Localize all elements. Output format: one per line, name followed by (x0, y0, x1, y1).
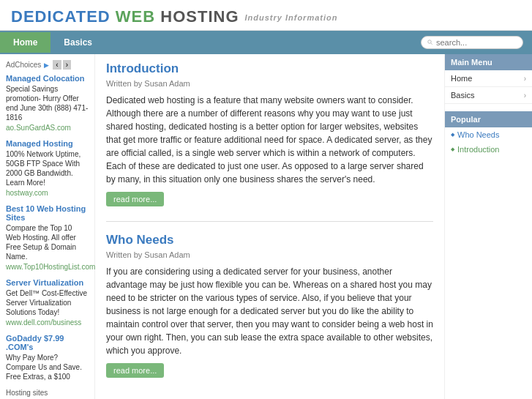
article-text-0: Dedicated web hosting is a feature that … (106, 94, 433, 186)
main-menu-title: Main Menu (445, 54, 532, 70)
ad-title-2[interactable]: Best 10 Web Hosting Sites (6, 204, 89, 222)
adchoices-bar: AdChoices ▶ ‹ › (6, 60, 89, 70)
ad-title-0[interactable]: Managed Colocation (6, 74, 89, 83)
nav-basics[interactable]: Basics (50, 32, 105, 53)
article-byline-0: Written by Susan Adam (106, 79, 433, 88)
read-more-button-0[interactable]: read more... (106, 192, 164, 206)
ad-title-3[interactable]: Server Virtualization (6, 278, 89, 287)
site-subtitle: Industry Information (245, 13, 338, 22)
nav-home[interactable]: Home (0, 32, 50, 53)
ad-next-button[interactable]: › (63, 60, 71, 70)
site-title: DEDICATED WEB HOSTINGIndustry Informatio… (11, 7, 337, 26)
sidebar-menu-basics[interactable]: Basics › (445, 87, 532, 104)
search-icon (427, 38, 433, 47)
title-web: WEB (110, 7, 155, 26)
popular-section: Popular Who Needs Introduction (445, 111, 532, 157)
ad-block-0: Managed Colocation Special Savings promo… (6, 74, 89, 132)
adchoices-label: AdChoices (6, 61, 41, 69)
article-text-1: If you are considering using a dedicated… (106, 265, 433, 357)
main-layout: AdChoices ▶ ‹ › Managed Colocation Speci… (0, 54, 532, 399)
main-menu-section: Main Menu Home › Basics › (445, 54, 532, 104)
popular-item-who-needs[interactable]: Who Needs (445, 127, 532, 142)
content-area: Introduction Written by Susan Adam Dedic… (95, 54, 444, 399)
adchoices-icon: ▶ (44, 61, 49, 69)
ad-url-2[interactable]: www.Top10HostingList.com (6, 263, 89, 271)
right-sidebar: Main Menu Home › Basics › Popular Who Ne… (444, 54, 532, 399)
ad-block-4: GoDaddy $7.99 .COM's Why Pay More? Compa… (6, 334, 89, 381)
navbar: Home Basics (0, 31, 532, 54)
page-header: DEDICATED WEB HOSTINGIndustry Informatio… (0, 0, 532, 31)
svg-line-1 (431, 43, 432, 45)
ad-block-3: Server Virtualization Get Dell™ Cost-Eff… (6, 278, 89, 327)
ad-block-2: Best 10 Web Hosting Sites Compare the To… (6, 204, 89, 271)
ad-text-1: 100% Network Uptime, 50GB FTP Space With… (6, 150, 80, 187)
ad-title-4[interactable]: GoDaddy $7.99 .COM's (6, 334, 89, 351)
ad-block-1: Managed Hosting 100% Network Uptime, 50G… (6, 139, 89, 197)
svg-point-0 (428, 40, 432, 44)
search-input[interactable] (436, 38, 517, 47)
article-0: Introduction Written by Susan Adam Dedic… (106, 61, 433, 206)
ad-text-4: Why Pay More? Compare Us and Save. Free … (6, 354, 82, 381)
left-sidebar: AdChoices ▶ ‹ › Managed Colocation Speci… (0, 54, 95, 399)
title-hosting: HOSTING (155, 7, 239, 26)
ad-text-3: Get Dell™ Cost-Effective Server Virtuali… (6, 289, 87, 316)
article-1: Who Needs Written by Susan Adam If you a… (106, 233, 433, 378)
ad-prev-button[interactable]: ‹ (53, 60, 61, 70)
ad-url-0[interactable]: ao.SunGardAS.com (6, 124, 89, 132)
sidebar-menu-home[interactable]: Home › (445, 70, 532, 87)
read-more-button-1[interactable]: read more... (106, 363, 164, 378)
ad-text-0: Special Savings promotion- Hurry Offer e… (6, 85, 88, 122)
title-dedicated: DEDICATED (11, 7, 110, 26)
ad-text-2: Compare the Top 10 Web Hosting. All offe… (6, 224, 76, 261)
sidebar-menu-home-label: Home (451, 74, 472, 83)
ad-url-3[interactable]: www.dell.com/business (6, 318, 89, 327)
search-box[interactable] (421, 36, 523, 49)
article-divider (106, 221, 433, 222)
ad-url-1[interactable]: hostway.com (6, 189, 89, 197)
ad-title-1[interactable]: Managed Hosting (6, 139, 89, 148)
sidebar-menu-basics-label: Basics (451, 91, 474, 100)
article-title-1: Who Needs (106, 233, 433, 247)
popular-title: Popular (445, 111, 532, 127)
hosting-sites-label: Hosting sites (6, 389, 89, 397)
article-byline-1: Written by Susan Adam (106, 250, 433, 259)
chevron-right-icon-home: › (524, 75, 526, 83)
chevron-right-icon-basics: › (524, 92, 526, 100)
popular-item-introduction[interactable]: Introduction (445, 142, 532, 157)
article-title-0: Introduction (106, 61, 433, 76)
